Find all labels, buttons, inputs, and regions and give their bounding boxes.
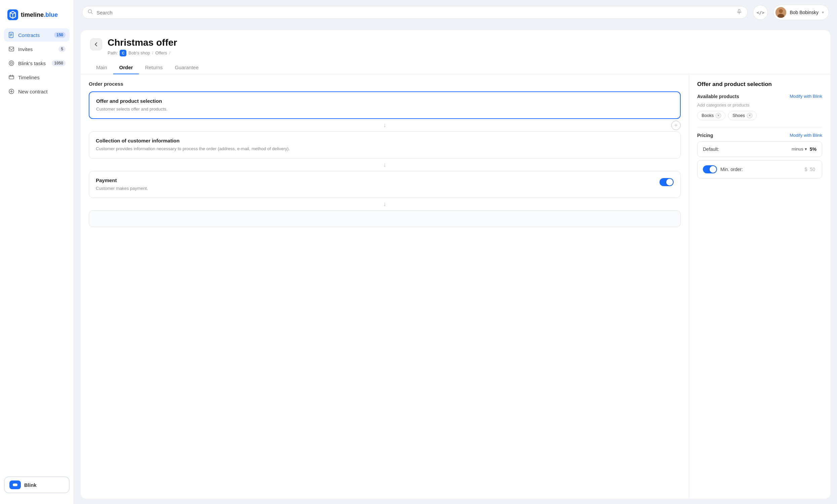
payment-toggle[interactable]: [660, 178, 674, 186]
available-products-label: Available products: [697, 94, 739, 99]
tab-guarantee[interactable]: Guarantee: [169, 61, 205, 74]
contracts-icon: [8, 32, 15, 38]
min-order-box: Min. order: $ 50: [697, 160, 822, 178]
pricing-label: Pricing: [697, 133, 713, 138]
min-order-left: Min. order:: [703, 165, 743, 173]
sidebar-item-new-contract[interactable]: New contract: [4, 85, 70, 98]
order-process-title: Order process: [89, 81, 681, 87]
pricing-default-box: Default: minus ▾ 5%: [697, 142, 822, 157]
add-step-button-1[interactable]: +: [671, 121, 681, 130]
available-products-header: Available products Modify with Blink: [697, 94, 822, 99]
tag-books-label: Books: [701, 113, 714, 118]
order-process-col: Order process Offer and product selectio…: [81, 74, 689, 499]
avatar: [776, 7, 786, 18]
tag-shoes-remove[interactable]: ✕: [747, 113, 752, 118]
svg-point-8: [11, 62, 13, 64]
logo[interactable]: timeline.blue: [4, 7, 70, 28]
app-name: timeline.blue: [21, 12, 58, 18]
breadcrumb-sep2: /: [169, 50, 171, 55]
min-order-toggle-knob: [710, 166, 716, 173]
min-order-value: 50: [810, 167, 815, 172]
breadcrumb-initial: C: [120, 50, 126, 56]
tab-order[interactable]: Order: [113, 61, 139, 74]
content: Christmas offer Path: C Bob's shop / Off…: [74, 25, 837, 504]
invites-label: Invites: [18, 47, 33, 52]
arrow-row-2: ↓: [89, 159, 681, 171]
pricing-operator-value: minus: [791, 146, 803, 151]
breadcrumb-shop: Bob's shop: [128, 50, 150, 55]
contracts-badge: 150: [54, 32, 66, 38]
sidebar-bottom: Blink: [4, 472, 70, 497]
pricing-header: Pricing Modify with Blink: [697, 133, 822, 138]
step-placeholder[interactable]: [89, 210, 681, 227]
mic-icon[interactable]: [736, 9, 742, 16]
page-title: Christmas offer: [108, 37, 821, 48]
tag-books-remove[interactable]: ✕: [716, 113, 721, 118]
page-title-block: Christmas offer Path: C Bob's shop / Off…: [108, 37, 821, 56]
logo-icon: [7, 10, 18, 20]
sidebar-item-invites[interactable]: Invites 5: [4, 42, 70, 56]
svg-rect-6: [9, 47, 14, 51]
timelines-label: Timelines: [18, 75, 40, 80]
modify-pricing-link[interactable]: Modify with Blink: [789, 133, 822, 138]
step-customer-info-desc: Customer provides information necessary …: [96, 145, 674, 152]
tabs: Main Order Returns Guarantee: [81, 61, 830, 74]
new-contract-label: New contract: [18, 89, 48, 94]
tab-main[interactable]: Main: [90, 61, 113, 74]
add-categories-label: Add categories or products: [697, 103, 822, 108]
svg-point-21: [779, 9, 783, 13]
modify-products-link[interactable]: Modify with Blink: [789, 94, 822, 99]
search-bar[interactable]: [82, 6, 748, 19]
right-panel: Offer and product selection Available pr…: [689, 74, 830, 499]
min-order-label: Min. order:: [720, 167, 743, 172]
sidebar-item-contracts[interactable]: Contracts 150: [4, 28, 70, 42]
main-area: </> Bob Bobinsky ▾: [74, 0, 837, 504]
blink-icon: [10, 481, 21, 489]
arrow-down-icon-1: ↓: [383, 122, 386, 129]
svg-rect-9: [9, 76, 14, 79]
sidebar-item-timelines[interactable]: Timelines: [4, 71, 70, 84]
step-offer-selection-desc: Customer selects offer and products.: [96, 106, 673, 112]
user-menu[interactable]: Bob Bobinsky ▾: [773, 5, 829, 20]
step-customer-info[interactable]: Collection of customer information Custo…: [89, 131, 681, 159]
search-input[interactable]: [96, 10, 733, 16]
code-icon: </>: [756, 10, 764, 15]
pricing-default-label: Default:: [703, 146, 719, 152]
header: </> Bob Bobinsky ▾: [74, 0, 837, 25]
tab-returns[interactable]: Returns: [139, 61, 169, 74]
divider-1: [697, 127, 822, 127]
back-button[interactable]: [90, 38, 102, 50]
blinks-tasks-icon: [8, 60, 15, 67]
page-header: Christmas offer Path: C Bob's shop / Off…: [81, 30, 830, 56]
tag-books[interactable]: Books ✕: [697, 111, 725, 120]
step-payment-title: Payment: [96, 177, 655, 183]
min-order-amount: $ 50: [805, 167, 817, 172]
chevron-down-icon: ▾: [822, 10, 824, 15]
breadcrumb-sep1: /: [152, 50, 153, 55]
new-contract-icon: [8, 88, 15, 95]
breadcrumb-section: Offers: [155, 50, 167, 55]
step-payment-content: Payment Customer makes payment.: [96, 177, 655, 192]
blink-label: Blink: [24, 482, 37, 488]
product-tags: Books ✕ Shoes ✕: [697, 111, 822, 120]
sidebar-item-blinks-tasks[interactable]: Blink's tasks 1050: [4, 56, 70, 70]
step-offer-selection[interactable]: Offer and product selection Customer sel…: [89, 91, 681, 119]
blink-button[interactable]: Blink: [4, 476, 70, 493]
timelines-icon: [8, 74, 15, 80]
code-button[interactable]: </>: [753, 5, 768, 20]
svg-rect-18: [738, 10, 740, 12]
tag-shoes[interactable]: Shoes ✕: [728, 111, 756, 120]
blinks-tasks-badge: 1050: [52, 60, 66, 66]
invites-icon: [8, 46, 15, 52]
pricing-default-pct: 5%: [810, 146, 817, 152]
pricing-default-value-row: minus ▾ 5%: [791, 146, 817, 152]
min-order-toggle[interactable]: [703, 165, 717, 173]
pricing-operator-chevron: ▾: [805, 146, 807, 151]
sidebar: timeline.blue Contracts 150 Invites 5: [0, 0, 74, 504]
step-payment[interactable]: Payment Customer makes payment.: [89, 171, 681, 198]
step-payment-desc: Customer makes payment.: [96, 185, 655, 192]
pricing-operator-dropdown[interactable]: minus ▾: [791, 146, 807, 151]
payment-toggle-knob: [666, 179, 673, 185]
two-col-layout: Order process Offer and product selectio…: [81, 74, 830, 499]
svg-point-7: [9, 61, 14, 66]
